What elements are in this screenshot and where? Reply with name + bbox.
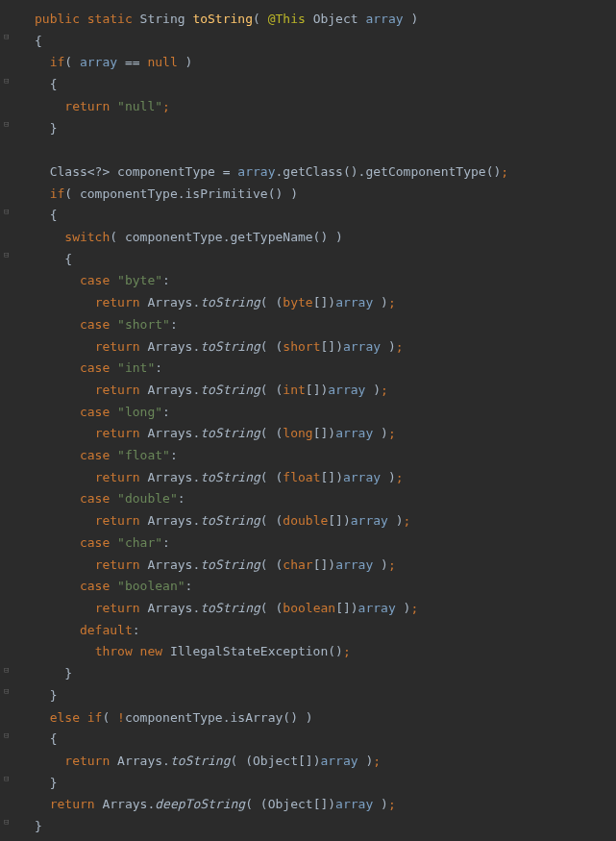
call-deepToString: deepToString — [155, 797, 245, 811]
brackets: [] — [320, 339, 335, 354]
dot: . — [162, 754, 170, 768]
paren: ( — [260, 557, 268, 572]
op-not: ! — [117, 710, 125, 725]
fold-marker[interactable]: ⊟ — [4, 77, 12, 86]
paren: ( — [260, 601, 268, 615]
dot: . — [178, 186, 185, 201]
fold-marker[interactable]: ⊟ — [4, 120, 12, 129]
paren: ( — [328, 644, 335, 658]
id-array: array — [335, 557, 373, 572]
str-char: "char" — [117, 535, 162, 550]
paren: ( — [110, 230, 117, 244]
fold-marker[interactable]: ⊟ — [4, 208, 12, 216]
type-arrays: Arrays — [147, 339, 192, 354]
brackets: [] — [313, 797, 329, 811]
paren: ) — [328, 557, 335, 572]
paren: ) — [381, 426, 388, 440]
kw-return: return — [50, 797, 95, 811]
brackets: [] — [313, 557, 329, 572]
kw-if: if — [50, 186, 65, 201]
brace: { — [50, 208, 58, 222]
paren: ) — [373, 383, 381, 397]
kw-if: if — [50, 55, 65, 69]
fold-marker[interactable]: ⊟ — [4, 33, 12, 41]
brackets: [] — [313, 295, 329, 309]
str-double: "double" — [117, 491, 178, 506]
type-arrays: Arrays — [147, 426, 192, 440]
kw-switch: switch — [64, 230, 110, 244]
fold-marker[interactable]: ⊟ — [4, 818, 12, 827]
paren: ( — [343, 164, 351, 179]
semi: ; — [396, 470, 404, 484]
op-assign: = — [223, 164, 231, 179]
paren: ) — [381, 797, 388, 811]
call-toString: toString — [200, 557, 260, 572]
id-array: array — [237, 164, 275, 179]
type-ise: IllegalStateException — [170, 644, 328, 658]
fold-marker[interactable]: ⊟ — [4, 251, 12, 260]
paren: ) — [306, 710, 313, 725]
type-arrays: Arrays — [147, 295, 192, 309]
annotation-this: @This — [268, 12, 306, 26]
call-toString: toString — [200, 295, 260, 309]
kw-return: return — [95, 470, 140, 484]
id-array: array — [335, 426, 373, 440]
fold-marker[interactable]: ⊟ — [4, 666, 12, 675]
semi: ; — [404, 513, 411, 528]
colon: : — [178, 491, 185, 506]
paren: ) — [328, 797, 335, 811]
colon: : — [185, 579, 193, 593]
paren: ) — [290, 710, 298, 725]
call-getClass: getClass — [283, 164, 343, 179]
type-arrays: Arrays — [147, 557, 192, 572]
brace: } — [64, 666, 72, 680]
fold-marker[interactable]: ⊟ — [4, 731, 12, 740]
brace: } — [50, 121, 58, 136]
id-array: array — [80, 55, 117, 69]
type-int: int — [283, 383, 305, 397]
code-editor[interactable]: public static String toString( @This Obj… — [17, 0, 508, 841]
id-array: array — [328, 383, 365, 397]
colon: : — [162, 273, 170, 287]
kw-null: null — [147, 55, 177, 69]
paren: ) — [335, 470, 343, 484]
dot: . — [223, 710, 231, 725]
paren: ) — [275, 186, 283, 201]
brace: } — [50, 776, 58, 790]
paren: ) — [290, 186, 298, 201]
kw-case: case — [80, 579, 110, 593]
type-byte: byte — [283, 295, 312, 309]
type-string: String — [140, 12, 185, 26]
semi: ; — [388, 557, 396, 572]
kw-if: if — [87, 710, 103, 725]
id-componentType: componentType — [80, 186, 178, 201]
call-toString: toString — [200, 383, 260, 397]
paren: ) — [335, 644, 343, 658]
call-isPrimitive: isPrimitive — [185, 186, 268, 201]
paren: ) — [328, 295, 335, 309]
call-toString: toString — [200, 601, 260, 615]
fold-gutter: ⊟ ⊟ ⊟ ⊟ ⊟ ⊟ ⊟ ⊟ ⊟ ⊟ — [0, 0, 17, 841]
id-componentType: componentType — [117, 164, 215, 179]
colon: : — [162, 535, 170, 550]
paren: ) — [185, 55, 193, 69]
paren: ) — [388, 339, 396, 354]
type-char: char — [283, 557, 312, 572]
brace: { — [64, 252, 72, 266]
fold-marker[interactable]: ⊟ — [4, 687, 12, 696]
id-array: array — [358, 601, 396, 615]
semi: ; — [396, 339, 404, 354]
paren: ) — [388, 470, 396, 484]
paren: ) — [328, 426, 335, 440]
colon: : — [170, 448, 178, 462]
brace: { — [50, 77, 58, 91]
fold-marker[interactable]: ⊟ — [4, 775, 12, 783]
paren: ) — [335, 230, 343, 244]
str-float: "float" — [117, 448, 170, 462]
str-long: "long" — [117, 405, 162, 419]
type-object: Object — [313, 12, 358, 26]
call-toString: toString — [200, 339, 260, 354]
type-arrays: Arrays — [147, 513, 192, 528]
kw-case: case — [80, 273, 110, 287]
str-int: "int" — [117, 360, 155, 375]
